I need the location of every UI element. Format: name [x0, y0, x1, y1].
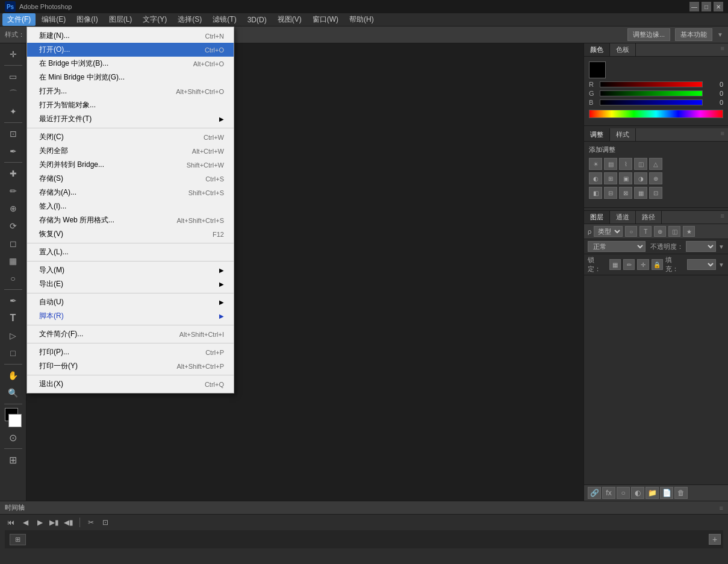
shape-tool[interactable]: □	[2, 345, 24, 362]
bw-adjust[interactable]: ▣	[619, 172, 632, 184]
menu-filter[interactable]: 滤镜(T)	[208, 13, 241, 26]
blend-mode-select[interactable]: 正常	[588, 241, 646, 252]
filter-btn-5[interactable]: ★	[683, 226, 695, 237]
quick-mask-tool[interactable]: ⊙	[2, 429, 24, 446]
photo-filter-adjust[interactable]: ◑	[634, 172, 647, 184]
menu-save-web[interactable]: 存储为 Web 所用格式... Alt+Shift+Ctrl+S	[27, 213, 234, 227]
eraser-tool[interactable]: ◻	[2, 235, 24, 252]
dodge-tool[interactable]: ○	[2, 270, 24, 287]
menu-save-as[interactable]: 存储为(A)... Shift+Ctrl+S	[27, 186, 234, 199]
menu-exit[interactable]: 退出(X) Ctrl+Q	[27, 377, 234, 391]
menu-open[interactable]: 打开(O)... Ctrl+O	[27, 43, 234, 57]
g-slider[interactable]	[600, 90, 703, 96]
path-select-tool[interactable]: ▷	[2, 327, 24, 344]
tl-new-frame-btn[interactable]: ⊞	[10, 534, 26, 545]
tl-last-frame[interactable]: ◀▮	[63, 517, 75, 528]
menu-help[interactable]: 帮助(H)	[344, 13, 379, 26]
healing-tool[interactable]: ✚	[2, 165, 24, 182]
menu-place[interactable]: 置入(L)...	[27, 245, 234, 259]
tab-styles[interactable]: 样式	[610, 128, 636, 141]
lock-position[interactable]: ✛	[637, 259, 649, 270]
group-layer-btn[interactable]: 📁	[646, 487, 659, 499]
layers-panel-menu[interactable]: ≡	[717, 211, 728, 224]
exposure-adjust[interactable]: ◫	[634, 158, 647, 170]
menu-select[interactable]: 选择(S)	[173, 13, 207, 26]
brightness-adjust[interactable]: ☀	[589, 158, 602, 170]
tab-channels[interactable]: 通道	[610, 211, 636, 224]
color-swatches[interactable]	[2, 407, 24, 428]
menu-automate[interactable]: 自动(U) ▶	[27, 295, 234, 309]
type-tool[interactable]: T	[2, 310, 24, 327]
posterize-adjust[interactable]: ⊟	[604, 187, 617, 199]
tl-prev-frame[interactable]: ◀	[19, 517, 31, 528]
history-brush-tool[interactable]: ⟳	[2, 218, 24, 234]
menu-file[interactable]: 文件(F)	[2, 13, 36, 26]
vibrance-adjust[interactable]: △	[649, 158, 662, 170]
menu-checkin[interactable]: 签入(I)...	[27, 199, 234, 213]
timeline-menu[interactable]: ≡	[720, 504, 723, 512]
menu-layer[interactable]: 图层(L)	[104, 13, 137, 26]
lock-all[interactable]: 🔒	[652, 259, 663, 270]
colbal-adjust[interactable]: ⊞	[604, 172, 617, 184]
gradient-map-adjust[interactable]: ▦	[634, 187, 647, 199]
gradient-tool[interactable]: ▦	[2, 252, 24, 269]
layer-style-btn[interactable]: fx	[602, 487, 615, 499]
magic-wand-tool[interactable]: ✦	[2, 103, 24, 120]
tab-color[interactable]: 颜色	[584, 43, 610, 56]
hand-tool[interactable]: ✋	[2, 367, 24, 384]
tab-layers[interactable]: 图层	[584, 211, 610, 224]
menu-edit[interactable]: 编辑(E)	[37, 13, 70, 26]
selective-color-adjust[interactable]: ⊡	[649, 187, 662, 199]
menu-3d[interactable]: 3D(D)	[243, 14, 272, 25]
opacity-input[interactable]	[686, 241, 716, 252]
active-color-swatch[interactable]	[589, 61, 606, 78]
color-panel-menu[interactable]: ≡	[717, 43, 728, 56]
curves-adjust[interactable]: ⌇	[619, 158, 632, 170]
lasso-tool[interactable]: ⌒	[2, 86, 24, 102]
menu-browse-bridge[interactable]: 在 Bridge 中浏览(B)... Alt+Ctrl+O	[27, 57, 234, 70]
menu-scripts[interactable]: 脚本(R) ▶	[27, 309, 234, 323]
menu-print[interactable]: 打印(P)... Ctrl+P	[27, 345, 234, 359]
menu-import[interactable]: 导入(M) ▶	[27, 263, 234, 277]
menu-export[interactable]: 导出(E) ▶	[27, 277, 234, 291]
threshold-adjust[interactable]: ⊠	[619, 187, 632, 199]
zoom-tool[interactable]: 🔍	[2, 384, 24, 401]
menu-close-all[interactable]: 关闭全部 Alt+Ctrl+W	[27, 144, 234, 158]
tl-first-frame[interactable]: ⏮	[5, 517, 17, 528]
menu-close[interactable]: 关闭(C) Ctrl+W	[27, 130, 234, 144]
menu-new[interactable]: 新建(N)... Ctrl+N	[27, 29, 234, 43]
tl-play[interactable]: ▶	[34, 517, 46, 528]
tab-adjust[interactable]: 调整	[584, 128, 610, 141]
tl-copy-btn[interactable]: ⊡	[99, 517, 111, 528]
channel-mix-adjust[interactable]: ⊕	[649, 172, 662, 184]
menu-revert[interactable]: 恢复(V) F12	[27, 227, 234, 241]
layer-mask-btn[interactable]: ○	[617, 487, 630, 499]
adjust-edge-button[interactable]: 调整边缘...	[627, 28, 670, 41]
tl-add-button[interactable]: +	[709, 534, 721, 545]
menu-file-info[interactable]: 文件简介(F)... Alt+Shift+Ctrl+I	[27, 327, 234, 341]
filter-btn-4[interactable]: ◫	[668, 226, 680, 237]
workspace-selector[interactable]: 基本功能	[675, 28, 712, 41]
filter-btn-1[interactable]: ○	[625, 226, 637, 237]
menu-save[interactable]: 存储(S) Ctrl+S	[27, 172, 234, 186]
rainbow-color-bar[interactable]	[589, 110, 723, 118]
menu-view[interactable]: 视图(V)	[273, 13, 306, 26]
crop-tool[interactable]: ⊡	[2, 125, 24, 142]
move-tool[interactable]: ✛	[2, 46, 24, 63]
background-color[interactable]	[8, 414, 22, 427]
filter-btn-2[interactable]: T	[639, 226, 652, 237]
fill-input[interactable]	[687, 259, 716, 270]
new-layer-btn[interactable]: 📄	[660, 487, 673, 499]
menu-open-smart[interactable]: 打开为智能对象...	[27, 98, 234, 112]
menu-type[interactable]: 文字(Y)	[138, 13, 172, 26]
levels-adjust[interactable]: ▤	[604, 158, 617, 170]
filter-btn-3[interactable]: ⊕	[654, 226, 666, 237]
clone-tool[interactable]: ⊕	[2, 200, 24, 217]
maximize-button[interactable]: □	[702, 2, 711, 11]
menu-window[interactable]: 窗口(W)	[308, 13, 343, 26]
invert-adjust[interactable]: ◧	[589, 187, 602, 199]
menu-print-one[interactable]: 打印一份(Y) Alt+Shift+Ctrl+P	[27, 359, 234, 373]
lock-transparent[interactable]: ▦	[609, 259, 621, 270]
b-slider[interactable]	[600, 99, 703, 105]
menu-close-bridge[interactable]: 关闭并转到 Bridge... Shift+Ctrl+W	[27, 158, 234, 172]
